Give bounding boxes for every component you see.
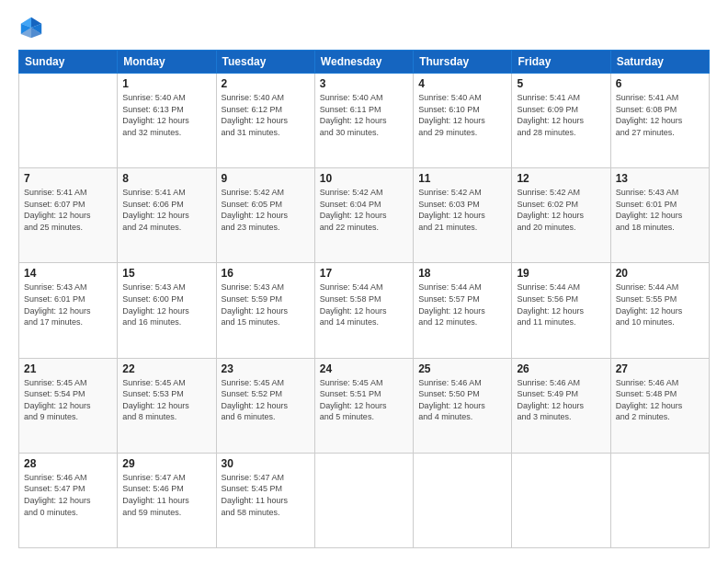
calendar-cell: 13Sunrise: 5:43 AM Sunset: 6:01 PM Dayli… [610, 168, 709, 263]
calendar-week-4: 21Sunrise: 5:45 AM Sunset: 5:54 PM Dayli… [19, 358, 710, 453]
calendar-cell: 19Sunrise: 5:44 AM Sunset: 5:56 PM Dayli… [512, 263, 610, 358]
day-of-week-wednesday: Wednesday [314, 51, 413, 74]
day-info: Sunrise: 5:46 AM Sunset: 5:47 PM Dayligh… [24, 472, 112, 518]
day-info: Sunrise: 5:45 AM Sunset: 5:53 PM Dayligh… [122, 377, 210, 423]
day-number: 5 [517, 77, 605, 90]
day-info: Sunrise: 5:40 AM Sunset: 6:11 PM Dayligh… [320, 92, 408, 138]
day-number: 3 [320, 77, 408, 90]
calendar-cell [19, 74, 118, 168]
day-number: 17 [320, 267, 408, 280]
calendar-cell: 28Sunrise: 5:46 AM Sunset: 5:47 PM Dayli… [19, 453, 118, 547]
calendar-cell: 14Sunrise: 5:43 AM Sunset: 6:01 PM Dayli… [19, 263, 118, 358]
day-info: Sunrise: 5:41 AM Sunset: 6:06 PM Dayligh… [122, 187, 210, 233]
day-number: 8 [122, 172, 210, 185]
calendar-cell: 10Sunrise: 5:42 AM Sunset: 6:04 PM Dayli… [314, 168, 413, 263]
calendar-cell [610, 453, 709, 547]
day-info: Sunrise: 5:43 AM Sunset: 6:01 PM Dayligh… [616, 187, 704, 233]
calendar-cell: 27Sunrise: 5:46 AM Sunset: 5:48 PM Dayli… [610, 358, 709, 453]
calendar-cell [314, 453, 413, 547]
calendar-cell: 23Sunrise: 5:45 AM Sunset: 5:52 PM Dayli… [216, 358, 314, 453]
calendar-cell: 4Sunrise: 5:40 AM Sunset: 6:10 PM Daylig… [414, 74, 512, 168]
day-number: 21 [24, 362, 112, 375]
calendar-cell: 26Sunrise: 5:46 AM Sunset: 5:49 PM Dayli… [512, 358, 610, 453]
calendar-week-5: 28Sunrise: 5:46 AM Sunset: 5:47 PM Dayli… [19, 453, 710, 547]
day-info: Sunrise: 5:45 AM Sunset: 5:52 PM Dayligh… [222, 377, 310, 423]
day-info: Sunrise: 5:44 AM Sunset: 5:56 PM Dayligh… [517, 282, 605, 327]
day-number: 6 [616, 77, 704, 90]
day-of-week-friday: Friday [512, 51, 610, 74]
day-number: 11 [418, 172, 506, 185]
header [18, 15, 710, 40]
calendar-cell: 30Sunrise: 5:47 AM Sunset: 5:45 PM Dayli… [216, 453, 314, 547]
day-info: Sunrise: 5:45 AM Sunset: 5:51 PM Dayligh… [320, 377, 408, 423]
calendar-cell: 24Sunrise: 5:45 AM Sunset: 5:51 PM Dayli… [314, 358, 413, 453]
calendar-cell: 25Sunrise: 5:46 AM Sunset: 5:50 PM Dayli… [414, 358, 512, 453]
calendar-cell: 7Sunrise: 5:41 AM Sunset: 6:07 PM Daylig… [19, 168, 118, 263]
day-number: 22 [122, 362, 210, 375]
day-number: 20 [616, 267, 704, 280]
day-info: Sunrise: 5:40 AM Sunset: 6:10 PM Dayligh… [418, 92, 506, 138]
calendar-cell: 15Sunrise: 5:43 AM Sunset: 6:00 PM Dayli… [118, 263, 216, 358]
logo-icon [18, 15, 44, 40]
day-number: 18 [418, 267, 506, 280]
day-number: 25 [418, 362, 506, 375]
calendar-cell: 29Sunrise: 5:47 AM Sunset: 5:46 PM Dayli… [118, 453, 216, 547]
calendar-cell: 1Sunrise: 5:40 AM Sunset: 6:13 PM Daylig… [118, 74, 216, 168]
calendar-cell: 6Sunrise: 5:41 AM Sunset: 6:08 PM Daylig… [610, 74, 709, 168]
day-info: Sunrise: 5:46 AM Sunset: 5:48 PM Dayligh… [616, 377, 704, 423]
day-info: Sunrise: 5:43 AM Sunset: 5:59 PM Dayligh… [222, 282, 310, 327]
day-info: Sunrise: 5:43 AM Sunset: 6:01 PM Dayligh… [24, 282, 112, 327]
day-number: 29 [122, 457, 210, 470]
page: SundayMondayTuesdayWednesdayThursdayFrid… [0, 0, 728, 563]
day-info: Sunrise: 5:44 AM Sunset: 5:55 PM Dayligh… [616, 282, 704, 327]
day-info: Sunrise: 5:41 AM Sunset: 6:07 PM Dayligh… [24, 187, 112, 233]
day-info: Sunrise: 5:40 AM Sunset: 6:12 PM Dayligh… [222, 92, 310, 138]
calendar-cell: 2Sunrise: 5:40 AM Sunset: 6:12 PM Daylig… [216, 74, 314, 168]
calendar-cell: 9Sunrise: 5:42 AM Sunset: 6:05 PM Daylig… [216, 168, 314, 263]
day-number: 16 [222, 267, 310, 280]
day-number: 27 [616, 362, 704, 375]
calendar-header-row: SundayMondayTuesdayWednesdayThursdayFrid… [19, 51, 710, 74]
day-info: Sunrise: 5:47 AM Sunset: 5:46 PM Dayligh… [122, 472, 210, 518]
calendar-body: 1Sunrise: 5:40 AM Sunset: 6:13 PM Daylig… [19, 74, 710, 548]
day-info: Sunrise: 5:42 AM Sunset: 6:05 PM Dayligh… [222, 187, 310, 233]
calendar-cell: 22Sunrise: 5:45 AM Sunset: 5:53 PM Dayli… [118, 358, 216, 453]
day-of-week-saturday: Saturday [610, 51, 709, 74]
logo [18, 15, 48, 40]
day-info: Sunrise: 5:44 AM Sunset: 5:57 PM Dayligh… [418, 282, 506, 327]
day-info: Sunrise: 5:41 AM Sunset: 6:09 PM Dayligh… [517, 92, 605, 138]
day-info: Sunrise: 5:40 AM Sunset: 6:13 PM Dayligh… [122, 92, 210, 138]
day-of-week-tuesday: Tuesday [216, 51, 314, 74]
calendar-week-2: 7Sunrise: 5:41 AM Sunset: 6:07 PM Daylig… [19, 168, 710, 263]
day-info: Sunrise: 5:43 AM Sunset: 6:00 PM Dayligh… [122, 282, 210, 327]
day-number: 24 [320, 362, 408, 375]
calendar-cell: 16Sunrise: 5:43 AM Sunset: 5:59 PM Dayli… [216, 263, 314, 358]
calendar-cell: 17Sunrise: 5:44 AM Sunset: 5:58 PM Dayli… [314, 263, 413, 358]
day-number: 19 [517, 267, 605, 280]
day-info: Sunrise: 5:44 AM Sunset: 5:58 PM Dayligh… [320, 282, 408, 327]
calendar-cell: 8Sunrise: 5:41 AM Sunset: 6:06 PM Daylig… [118, 168, 216, 263]
day-number: 7 [24, 172, 112, 185]
calendar-table: SundayMondayTuesdayWednesdayThursdayFrid… [18, 50, 710, 548]
day-number: 2 [222, 77, 310, 90]
calendar-week-1: 1Sunrise: 5:40 AM Sunset: 6:13 PM Daylig… [19, 74, 710, 168]
day-number: 28 [24, 457, 112, 470]
day-info: Sunrise: 5:46 AM Sunset: 5:50 PM Dayligh… [418, 377, 506, 423]
calendar-cell [512, 453, 610, 547]
calendar-cell: 3Sunrise: 5:40 AM Sunset: 6:11 PM Daylig… [314, 74, 413, 168]
day-info: Sunrise: 5:47 AM Sunset: 5:45 PM Dayligh… [222, 472, 310, 518]
day-number: 26 [517, 362, 605, 375]
day-of-week-thursday: Thursday [414, 51, 512, 74]
day-info: Sunrise: 5:42 AM Sunset: 6:03 PM Dayligh… [418, 187, 506, 233]
day-number: 10 [320, 172, 408, 185]
calendar-cell: 20Sunrise: 5:44 AM Sunset: 5:55 PM Dayli… [610, 263, 709, 358]
day-number: 30 [222, 457, 310, 470]
day-number: 15 [122, 267, 210, 280]
day-number: 14 [24, 267, 112, 280]
day-number: 12 [517, 172, 605, 185]
day-of-week-sunday: Sunday [19, 51, 118, 74]
day-number: 13 [616, 172, 704, 185]
day-number: 1 [122, 77, 210, 90]
day-info: Sunrise: 5:45 AM Sunset: 5:54 PM Dayligh… [24, 377, 112, 423]
day-info: Sunrise: 5:42 AM Sunset: 6:04 PM Dayligh… [320, 187, 408, 233]
